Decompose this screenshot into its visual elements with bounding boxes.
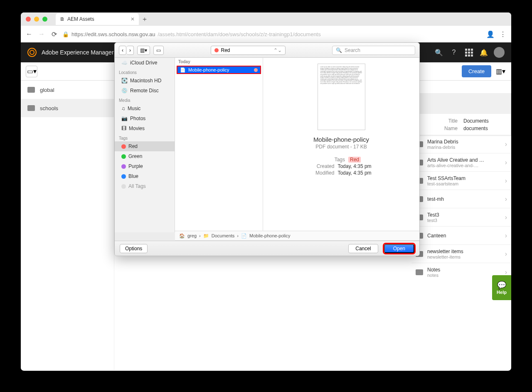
url-row: ← → ⟳ 🔒 https://edit.sws.schools.nsw.gov… [21,26,511,42]
titlebar: 🗎 AEM Assets ✕ ＋ [21,12,511,26]
home-icon: 🏠 [179,233,185,239]
nav-forward-button[interactable]: › [127,46,134,55]
url-bar[interactable]: 🔒 https://edit.sws.schools.nsw.gov.au/as… [62,31,482,37]
sidebar-macintosh-hd[interactable]: 💽Macintosh HD [115,76,175,86]
rail-toggle-button[interactable]: ▭▾ [26,66,37,77]
folder-icon: 📁 [203,233,209,239]
product-name: Adobe Experience Manager [42,49,114,56]
options-button[interactable]: Options [120,244,148,253]
chevron-right-icon: › [505,214,507,221]
view-switch-button[interactable]: ▥▾ [495,66,506,77]
chat-icon: 💬 [497,281,506,290]
red-tag-icon [254,68,258,72]
dialog-footer: Options Cancel Open [115,241,419,256]
detail-panel: TitleDocuments Namedocuments [411,93,511,136]
sidebar-tag-blue[interactable]: Blue [115,171,175,181]
folder-icon [27,87,35,93]
path-dropdown[interactable]: Red ⌃⌄ [211,46,286,55]
minimize-icon[interactable] [34,17,39,22]
detail-name-value: documents [463,126,505,131]
list-item[interactable]: Test SSArtsTeamtest-ssartsteam› [411,171,511,190]
tag-dot-icon [121,164,126,169]
maximize-icon[interactable] [42,17,47,22]
new-tab-button[interactable]: ＋ [140,14,150,24]
sidebar-item-schools[interactable]: schools [21,99,114,117]
sidebar-tag-red[interactable]: Red [115,141,175,151]
tag-dot-icon [121,184,126,189]
breadcrumb: 🏠greg› 📁Documents› 📄Mobile-phone-policy [175,231,419,241]
folder-icon [27,105,35,111]
search-icon: 🔍 [336,47,342,53]
film-icon: 🎞 [121,126,126,131]
file-open-dialog: ‹ › ▥▾ ▭ Red ⌃⌄ 🔍 Search ☁️ [114,42,420,256]
dialog-toolbar: ‹ › ▥▾ ▭ Red ⌃⌄ 🔍 Search [115,43,419,58]
preview-title: Mobile-phone-policy [313,136,369,143]
forward-button[interactable]: → [37,30,46,38]
aem-logo-icon[interactable] [27,48,37,57]
list-item[interactable]: Marina Debrismarina-debris› [411,135,511,153]
disc-icon: 💿 [121,88,128,94]
sidebar-all-tags[interactable]: All Tags [115,181,175,191]
tag-badge: Red [348,157,361,163]
apps-icon[interactable] [464,47,474,57]
reload-button[interactable]: ⟳ [50,30,58,38]
cancel-button[interactable]: Cancel [348,244,378,253]
sidebar-group-tags: Tags [115,133,175,141]
sidebar-tag-purple[interactable]: Purple [115,161,175,171]
list-item[interactable]: Test3test3› [411,208,511,226]
sidebar-item-global[interactable]: global [21,81,114,99]
chevron-right-icon: › [505,159,507,166]
avatar[interactable] [494,47,505,58]
red-tag-icon [214,48,219,52]
sidebar-tag-green[interactable]: Green [115,151,175,161]
chevron-updown-icon: ⌃⌄ [273,47,282,53]
open-button[interactable]: Open [384,244,414,253]
document-thumbnail: Lorem ipsum dolor sit amet consectetur a… [318,64,365,130]
list-item[interactable]: newsletter itemsnewsletter-items› [411,244,511,263]
list-item[interactable]: Canteen› [411,226,511,244]
create-button[interactable]: Create [462,65,491,77]
camera-icon: 📷 [121,116,128,121]
sidebar-icloud-drive[interactable]: ☁️iCloud Drive [115,58,175,68]
dialog-sidebar: ☁️iCloud Drive Locations 💽Macintosh HD 💿… [115,58,175,232]
bell-icon[interactable]: 🔔 [479,47,489,57]
page-icon: 🗎 [60,16,65,22]
aem-sidebar: global schools [21,81,114,370]
url-path: /assets.html/content/dam/doe/sws/schools… [158,31,320,37]
chevron-right-icon: › [505,250,507,258]
view-mode-button[interactable]: ▥▾ [137,46,150,55]
asset-list: Marina Debrismarina-debris› Arts Alive C… [411,135,511,281]
detail-title-label: Title [448,118,458,124]
nav-back-button[interactable]: ‹ [119,46,126,55]
browser-window: 🗎 AEM Assets ✕ ＋ ← → ⟳ 🔒 https://edit.sw… [21,12,511,371]
folder-icon [416,269,423,275]
search-icon[interactable]: 🔍 [434,47,444,57]
list-item[interactable]: test-mh› [411,190,511,208]
close-icon[interactable] [26,17,31,22]
more-icon[interactable]: ⋮ [499,30,507,38]
sidebar-movies[interactable]: 🎞Movies [115,123,175,133]
browser-tab[interactable]: 🗎 AEM Assets ✕ [56,13,139,25]
help-badge[interactable]: 💬 Help [492,275,511,300]
sidebar-group-locations: Locations [115,68,175,76]
help-icon[interactable]: ? [449,47,459,57]
chevron-right-icon: › [505,141,507,148]
tag-dot-icon [121,144,126,149]
list-item[interactable]: Arts Alive Creative and …arts-alive-crea… [411,153,511,171]
sidebar-photos[interactable]: 📷Photos [115,113,175,123]
search-input[interactable]: 🔍 Search [332,46,415,55]
preview-subtitle: PDF document - 17 KB [315,144,367,150]
close-tab-icon[interactable]: ✕ [131,16,135,22]
file-preview: Lorem ipsum dolor sit amet consectetur a… [263,58,419,232]
detail-name-label: Name [444,126,458,131]
back-button[interactable]: ← [25,30,33,38]
profile-icon[interactable]: 👤 [486,30,495,38]
sidebar-remote-disc[interactable]: 💿Remote Disc [115,86,175,96]
group-button[interactable]: ▭ [153,46,164,55]
file-row-mobile-phone-policy[interactable]: 📄 Mobile-phone-policy [177,66,261,74]
doc-icon: 📄 [180,67,186,73]
chevron-right-icon: › [505,269,507,276]
sidebar-music[interactable]: ♫Music [115,104,175,113]
chevron-right-icon: › [505,195,507,203]
doc-icon: 📄 [241,233,247,239]
